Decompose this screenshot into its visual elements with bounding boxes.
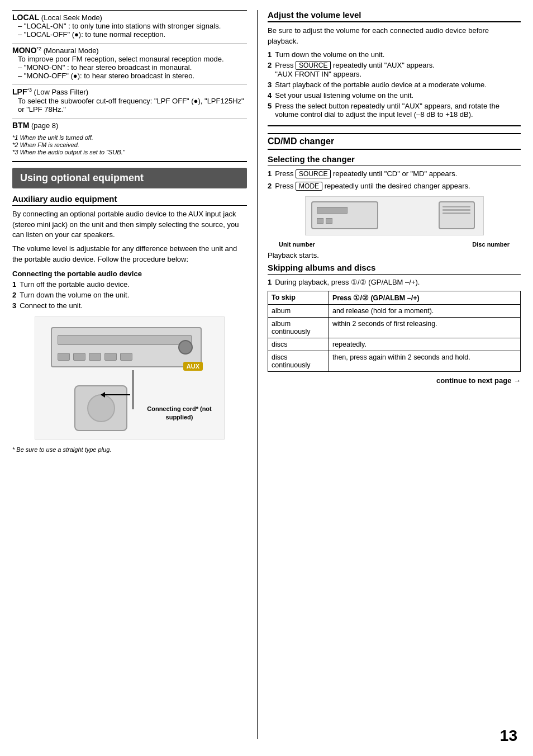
local-term: LOCAL (Local Seek Mode) <box>12 13 247 22</box>
changer-disc-tray <box>439 201 475 229</box>
unit-btn <box>73 353 85 361</box>
changer-display <box>317 207 348 214</box>
divider <box>12 84 247 85</box>
divider <box>12 118 247 119</box>
connect-step-1: 1Turn off the portable audio device. <box>12 280 247 289</box>
table-row: discscontinuously then, press again with… <box>268 351 521 371</box>
disc-line <box>442 206 470 207</box>
unit-body <box>51 327 202 367</box>
footnotes: *1 When the unit is turned off. *2 When … <box>12 134 247 155</box>
unit-btn <box>89 353 101 361</box>
lpf-desc: To select the subwoofer cut-off frequenc… <box>12 97 247 114</box>
unit-buttons <box>58 353 132 361</box>
select-changer-steps: 1Press SOURCE repeatedly until "CD" or "… <box>268 169 521 191</box>
arrow-head <box>101 392 105 398</box>
adjust-volume-title: Adjust the volume level <box>268 10 521 22</box>
connect-steps: 1Turn off the portable audio device. 2Tu… <box>12 280 247 310</box>
press-cell: repeatedly. <box>329 338 520 351</box>
select-step-1: 1Press SOURCE repeatedly until "CD" or "… <box>268 169 521 178</box>
changer-labels: Unit number Disc number <box>268 241 521 248</box>
divider <box>12 43 247 44</box>
table-header-skip: To skip <box>268 291 329 304</box>
connect-step-2: 2Turn down the volume on the unit. <box>12 291 247 299</box>
disc-line <box>442 212 470 214</box>
unit-btn <box>120 353 132 361</box>
playback-starts: Playback starts. <box>268 251 521 259</box>
cd-md-title: CD/MD changer <box>268 133 521 150</box>
skip-albums-title: Skipping albums and discs <box>268 263 521 275</box>
mono-line2: – "MONO-OFF" (●): to hear stereo broadca… <box>12 72 247 80</box>
table-row: discs repeatedly. <box>268 338 521 351</box>
device-illustration: AUX Connecting cord* (not supplied) <box>35 316 225 440</box>
source-button-2[interactable]: SOURCE <box>296 169 331 178</box>
left-column: LOCAL (Local Seek Mode) – "LOCAL-ON" : t… <box>12 10 247 739</box>
table-header-press: Press ①/② (GP/ALBM –/+) <box>329 291 520 304</box>
select-changer-title: Selecting the changer <box>268 154 521 166</box>
disc-line <box>442 209 470 211</box>
skip-table: To skip Press ①/② (GP/ALBM –/+) album an… <box>268 291 521 372</box>
local-line1: – "LOCAL-ON" : to only tune into station… <box>12 22 247 30</box>
adjust-steps: 1Turn down the volume on the unit. 2Pres… <box>268 50 521 119</box>
using-optional-equipment-banner: Using optional equipment <box>12 168 247 188</box>
mono-line1: – "MONO-ON" : to hear stereo broadcast i… <box>12 63 247 72</box>
adjust-step-3: 3Start playback of the portable audio de… <box>268 81 521 89</box>
changer-btns <box>317 218 332 224</box>
lpf-section: LPF*3 (Low Pass Filter) To select the su… <box>12 87 247 113</box>
aux-badge: AUX <box>183 362 203 371</box>
disc-number-label: Disc number <box>472 241 510 248</box>
aux-desc1: By connecting an optional portable audio… <box>12 209 247 241</box>
aux-desc2: The volume level is adjustable for any d… <box>12 244 247 265</box>
adjust-step-4: 4Set your usual listening volume on the … <box>268 91 521 100</box>
skip-steps: 1During playback, press ①/② (GP/ALBM –/+… <box>268 278 521 286</box>
footnote-1: *1 When the unit is turned off. <box>12 134 247 141</box>
footnote-3: *3 When the audio output is set to "SUB.… <box>12 149 247 155</box>
mono-section: MONO*2 (Monaural Mode) To improve poor F… <box>12 46 247 80</box>
aux-section-title: Auxiliary audio equipment <box>12 194 247 206</box>
unit-slot <box>58 335 192 345</box>
skip-cell: discs <box>268 338 329 351</box>
connect-step-3: 3Connect to the unit. <box>12 301 247 310</box>
skip-cell: discscontinuously <box>268 351 329 371</box>
arrow-line <box>101 394 130 395</box>
adjust-desc: Be sure to adjust the volume for each co… <box>268 26 521 47</box>
cord-vertical <box>132 370 134 409</box>
disc-lines <box>440 206 474 214</box>
mono-desc: To improve poor FM reception, select mon… <box>12 55 247 63</box>
footnote-star: * Be sure to use a straight type plug. <box>12 446 247 453</box>
table-row: albumcontinuously within 2 seconds of fi… <box>268 317 521 338</box>
page-number: 13 <box>500 727 517 745</box>
connect-subtitle: Connecting the portable audio device <box>12 270 247 278</box>
skip-cell: albumcontinuously <box>268 317 329 338</box>
lpf-term: LPF*3 (Low Pass Filter) <box>12 87 247 96</box>
skip-step-1: 1During playback, press ①/② (GP/ALBM –/+… <box>268 278 521 286</box>
unit-btn <box>104 353 117 361</box>
press-cell: then, press again within 2 seconds and h… <box>329 351 520 371</box>
adjust-step-2: 2Press SOURCE repeatedly until "AUX" app… <box>268 61 521 78</box>
press-cell: and release (hold for a moment). <box>329 304 520 317</box>
section-divider <box>12 161 247 162</box>
btm-section: BTM (page 8) <box>12 121 247 130</box>
mono-term: MONO*2 (Monaural Mode) <box>12 46 247 55</box>
local-section: LOCAL (Local Seek Mode) – "LOCAL-ON" : t… <box>12 10 247 39</box>
cord-label: Connecting cord* (not supplied) <box>135 405 224 421</box>
source-button[interactable]: SOURCE <box>296 61 331 70</box>
unit-btn <box>58 353 70 361</box>
right-column: Adjust the volume level Be sure to adjus… <box>257 10 521 739</box>
unit-knob <box>178 340 193 355</box>
adjust-step-1: 1Turn down the volume on the unit. <box>268 50 521 59</box>
footnote-2: *2 When FM is received. <box>12 141 247 148</box>
press-cell: within 2 seconds of first releasing. <box>329 317 520 338</box>
device-wheel <box>87 394 115 422</box>
changer-main-unit <box>311 201 378 229</box>
mode-button[interactable]: MODE <box>296 182 322 191</box>
table-row: album and release (hold for a moment). <box>268 304 521 317</box>
local-line2: – "LOCAL-OFF" (●): to tune normal recept… <box>12 30 247 39</box>
continue-text: continue to next page → <box>268 376 521 385</box>
changer-btn <box>326 218 332 224</box>
changer-illustration <box>305 196 484 235</box>
skip-cell: album <box>268 304 329 317</box>
unit-number-label: Unit number <box>279 241 315 248</box>
adjust-step-5: 5Press the select button repeatedly unti… <box>268 102 521 119</box>
changer-btn <box>317 218 323 224</box>
cd-md-divider <box>268 125 521 126</box>
